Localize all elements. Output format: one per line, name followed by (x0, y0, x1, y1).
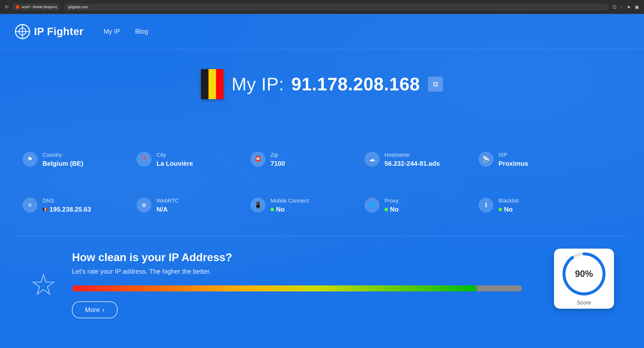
webrtc-label: WebRTC (156, 198, 179, 204)
mobile-icon-wrap: 📱 (250, 198, 266, 213)
info-grid-row2: ≡ DNS 🇧🇪 195.238.25.63 ⊕ WebRTC N/A (0, 190, 600, 236)
info-blacklist: ℹ Blacklist No (471, 190, 585, 221)
score-title: How clean is your IP Address? (72, 251, 614, 264)
blacklist-icon: ℹ (485, 202, 487, 209)
star-icon: ☆ (30, 267, 57, 302)
blacklist-icon-wrap: ℹ (478, 198, 494, 213)
flag-red (216, 69, 224, 99)
browser-tab[interactable]: anyIP - Reddit (Belgium) (13, 4, 60, 10)
logo-icon (15, 24, 30, 39)
address-bar[interactable]: ipfighter.com (64, 4, 609, 11)
dns-icon: ≡ (28, 202, 32, 209)
nav-logo[interactable]: IP Fighter (15, 24, 84, 39)
country-content: Country Belgium (BE) (42, 152, 83, 167)
nav-links: My IP Blog (104, 28, 148, 35)
browser-actions: ⊡ ↑ ★ ▣ (613, 4, 639, 10)
isp-icon-wrap: 📡 (478, 152, 494, 167)
isp-value: Proximus (498, 160, 528, 167)
nav-link-blog[interactable]: Blog (135, 28, 148, 35)
mobile-status-dot (270, 208, 274, 211)
proxy-content: Proxy No (384, 198, 399, 213)
country-icon-wrap: ⚑ (22, 152, 38, 167)
hostname-value: 56.232-244-81.ads (384, 160, 440, 167)
nav-title: IP Fighter (34, 26, 84, 38)
proxy-label: Proxy (384, 198, 399, 204)
mobile-status: No (270, 206, 309, 213)
hero-section: My IP: 91.178.208.168 ⧉ (0, 49, 644, 134)
webrtc-icon-wrap: ⊕ (136, 198, 152, 213)
proxy-status: No (384, 206, 399, 213)
ip-display: My IP: 91.178.208.168 ⧉ (201, 69, 443, 99)
mobile-label: Mobile Connect (270, 198, 309, 204)
ip-text: My IP: 91.178.208.168 (232, 74, 420, 94)
city-icon-wrap: 📍 (136, 152, 152, 167)
dns-label: DNS (42, 198, 91, 204)
info-zip: 📮 Zip 7100 (243, 144, 357, 175)
isp-content: ISP Proximus (498, 152, 528, 167)
nav-link-myip[interactable]: My IP (104, 28, 120, 35)
zip-label: Zip (270, 152, 285, 158)
sidebar-icon[interactable]: ▣ (635, 4, 639, 10)
address-text: ipfighter.com (68, 5, 88, 9)
proxy-value: No (390, 206, 399, 213)
blacklist-label: Blacklist (498, 198, 519, 204)
cast-icon[interactable]: ⊡ (613, 4, 616, 10)
blacklist-value: No (504, 206, 513, 213)
dns-value: 195.238.25.63 (50, 206, 91, 213)
score-badge: 90% Score (554, 249, 614, 309)
score-section: ☆ How clean is your IP Address? Let's ra… (0, 236, 644, 333)
tab-label: anyIP - Reddit (Belgium) (22, 5, 57, 9)
country-label: Country (42, 152, 83, 158)
zip-icon: 📮 (254, 156, 262, 163)
info-grid-row1: ⚑ Country Belgium (BE) 📍 City La Louvièr… (0, 134, 600, 190)
info-city: 📍 City La Louvière (129, 144, 243, 175)
tab-favicon (16, 5, 19, 9)
refresh-icon[interactable]: ↻ (5, 4, 9, 10)
score-circle: 90% (562, 251, 606, 296)
isp-label: ISP (498, 152, 528, 158)
proxy-icon: 🌐 (368, 202, 376, 209)
zip-icon-wrap: 📮 (250, 152, 266, 167)
share-icon[interactable]: ↑ (620, 4, 623, 10)
pin-icon: 📍 (140, 156, 148, 163)
main-nav: IP Fighter My IP Blog (0, 14, 644, 49)
cloud-icon: ☁ (369, 156, 375, 163)
webrtc-value: N/A (156, 206, 179, 213)
zip-content: Zip 7100 (270, 152, 285, 167)
score-subtitle: Let's rate your IP address. The higher t… (72, 268, 614, 275)
info-hostname: ☁ Hostname 56.232-244-81.ads (357, 144, 471, 175)
info-proxy: 🌐 Proxy No (357, 190, 471, 221)
signal-icon: 📡 (482, 156, 490, 163)
blacklist-content: Blacklist No (498, 198, 519, 213)
city-content: City La Louvière (156, 152, 193, 167)
score-bar-container (72, 285, 522, 291)
blacklist-status: No (498, 206, 519, 213)
copy-icon: ⧉ (433, 80, 438, 88)
score-percent: 90% (575, 269, 593, 279)
ip-label: My IP: (232, 74, 284, 94)
hostname-content: Hostname 56.232-244-81.ads (384, 152, 440, 167)
mobile-content: Mobile Connect No (270, 198, 309, 213)
site-wrapper: IP Fighter My IP Blog My IP: 91.178.208.… (0, 14, 644, 348)
hostname-icon-wrap: ☁ (364, 152, 380, 167)
score-label: Score (577, 299, 591, 306)
city-value: La Louvière (156, 160, 193, 167)
city-label: City (156, 152, 193, 158)
score-text-area: How clean is your IP Address? Let's rate… (72, 251, 614, 318)
browser-controls: ↻ (5, 4, 9, 10)
dns-value-container: 🇧🇪 195.238.25.63 (42, 206, 91, 213)
belgium-flag (201, 69, 224, 99)
info-webrtc: ⊕ WebRTC N/A (129, 190, 243, 221)
blacklist-status-dot (498, 208, 502, 211)
more-button[interactable]: More › (72, 301, 118, 318)
more-label: More (85, 306, 100, 314)
bookmark-icon[interactable]: ★ (627, 4, 631, 10)
proxy-status-dot (384, 208, 388, 211)
dns-icon-wrap: ≡ (22, 198, 38, 213)
copy-ip-button[interactable]: ⧉ (428, 77, 443, 92)
info-isp: 📡 ISP Proximus (471, 144, 585, 175)
hostname-label: Hostname (384, 152, 440, 158)
info-country: ⚑ Country Belgium (BE) (15, 144, 129, 175)
address-bar-container: anyIP - Reddit (Belgium) ipfighter.com (13, 4, 609, 11)
info-mobile: 📱 Mobile Connect No (243, 190, 357, 221)
